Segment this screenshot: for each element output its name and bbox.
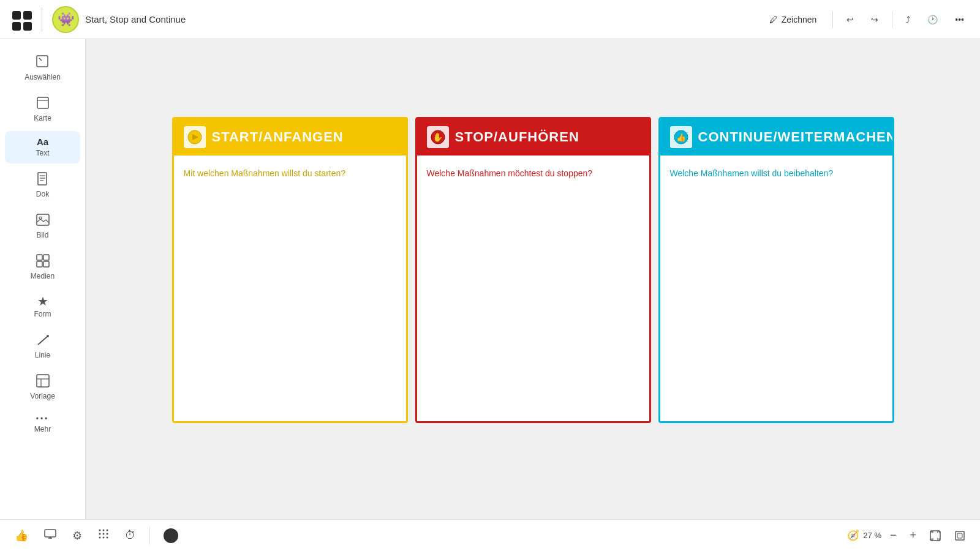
sidebar-item-auswahlen[interactable]: Auswählen: [5, 49, 80, 88]
bottombar: 👍 ⚙ ⏱ 🧭 27 % − +: [0, 519, 980, 551]
settings-button[interactable]: ⚙: [67, 525, 87, 546]
topbar-divider2: [892, 11, 892, 28]
card-continue-body: Welche Maßnhamen willst du beibehalten?: [660, 156, 892, 421]
start-icon: [184, 126, 206, 148]
sidebar-label-dok: Dok: [36, 190, 49, 198]
svg-rect-11: [37, 261, 42, 267]
like-button[interactable]: 👍: [10, 525, 33, 546]
sidebar-label-text: Text: [36, 149, 49, 157]
mehr-icon: •••: [36, 415, 50, 422]
timer-icon: ⏱: [125, 529, 136, 542]
sidebar-item-karte[interactable]: Karte: [5, 90, 80, 129]
main-layout: Auswählen Karte Aa Text Dok Bild: [0, 39, 980, 519]
zoom-controls: 🧭 27 % − +: [847, 527, 970, 545]
svg-rect-15: [37, 375, 49, 387]
bottombar-divider: [149, 527, 150, 544]
undo-button[interactable]: ↩: [840, 11, 860, 28]
sidebar-label-bild: Bild: [36, 231, 48, 239]
sidebar-item-vorlage[interactable]: Vorlage: [5, 368, 80, 407]
sidebar-label-vorlage: Vorlage: [30, 392, 55, 400]
svg-rect-9: [37, 255, 42, 260]
sidebar-item-linie[interactable]: Linie: [5, 327, 80, 365]
sidebar-label-linie: Linie: [35, 351, 50, 359]
sidebar-item-mehr[interactable]: ••• Mehr: [5, 409, 80, 440]
stop-icon: ✋: [427, 126, 449, 148]
auswahlen-icon: [36, 55, 50, 70]
karte-icon: [36, 96, 50, 111]
redo-button[interactable]: ↪: [865, 11, 884, 28]
cards-container: START/ANFANGEN Mit welchen Maßnahmen wil…: [172, 117, 894, 423]
page-title: Start, Stop and Continue: [85, 14, 186, 24]
timer-button[interactable]: ⏱: [120, 525, 141, 545]
svg-point-30: [103, 533, 105, 535]
sidebar-label-karte: Karte: [34, 114, 51, 122]
share-icon: ⤴: [906, 15, 910, 24]
zoom-in-button[interactable]: +: [905, 527, 921, 544]
svg-rect-37: [957, 533, 962, 538]
svg-text:✋: ✋: [432, 132, 443, 143]
svg-point-28: [107, 530, 108, 531]
sidebar-label-mehr: Mehr: [34, 425, 51, 433]
compass-icon: 🧭: [847, 530, 859, 541]
svg-rect-10: [43, 255, 49, 260]
screen-icon: [44, 529, 56, 542]
sidebar-item-form[interactable]: ★ Form: [5, 289, 80, 324]
card-stop-header: ✋ STOP/AUFHÖREN: [417, 119, 649, 156]
history-button[interactable]: 🕐: [921, 11, 944, 28]
screen-button[interactable]: [39, 525, 61, 545]
gear-icon: ⚙: [72, 529, 82, 542]
grid-icon: [98, 528, 109, 542]
canvas-area[interactable]: START/ANFANGEN Mit welchen Maßnahmen wil…: [86, 39, 980, 519]
card-stop-title: STOP/AUFHÖREN: [455, 129, 579, 145]
grid-button[interactable]: [93, 525, 114, 546]
sidebar-item-bild[interactable]: Bild: [5, 207, 80, 246]
svg-point-33: [103, 537, 105, 539]
card-continue[interactable]: 👍 CONTINUE/WEITERMACHEN Welche Maßnhamen…: [658, 117, 894, 423]
topbar: 👾 Start, Stop and Continue 🖊 Zeichnen ↩ …: [0, 0, 980, 39]
svg-rect-3: [38, 173, 47, 185]
card-start[interactable]: START/ANFANGEN Mit welchen Maßnahmen wil…: [172, 117, 408, 423]
svg-point-34: [107, 537, 108, 539]
sidebar-item-medien[interactable]: Medien: [5, 248, 80, 287]
fullscreen-button[interactable]: [949, 527, 970, 545]
sidebar-item-dok[interactable]: Dok: [5, 166, 80, 204]
sidebar: Auswählen Karte Aa Text Dok Bild: [0, 39, 86, 519]
svg-rect-23: [45, 530, 56, 537]
logo-group: 👾 Start, Stop and Continue: [10, 6, 186, 33]
sidebar-item-text[interactable]: Aa Text: [5, 131, 80, 163]
sidebar-label-form: Form: [34, 310, 51, 318]
redo-icon: ↪: [871, 15, 878, 24]
text-icon: Aa: [37, 137, 48, 146]
dark-mode-icon: [164, 528, 178, 543]
card-stop-body: Welche Maßnahmen möchtest du stoppen?: [417, 156, 649, 421]
bild-icon: [36, 213, 50, 228]
more-button[interactable]: •••: [949, 11, 970, 28]
svg-rect-0: [37, 56, 48, 67]
card-start-body: Mit welchen Maßnahmen willst du starten?: [174, 156, 406, 421]
svg-point-32: [99, 537, 101, 539]
card-stop[interactable]: ✋ STOP/AUFHÖREN Welche Maßnahmen möchtes…: [415, 117, 651, 423]
undo-icon: ↩: [846, 15, 854, 24]
zoom-out-button[interactable]: −: [885, 527, 902, 544]
history-icon: 🕐: [927, 15, 938, 24]
svg-point-27: [103, 530, 105, 531]
zeichnen-button[interactable]: 🖊 Zeichnen: [761, 11, 826, 28]
dok-icon: [37, 172, 49, 187]
svg-rect-7: [37, 214, 49, 225]
card-start-title: START/ANFANGEN: [212, 129, 344, 145]
app-logo[interactable]: [10, 9, 32, 31]
share-button[interactable]: ⤴: [900, 11, 916, 28]
card-continue-subtitle: Welche Maßnhamen willst du beibehalten?: [670, 168, 834, 178]
svg-text:👍: 👍: [676, 132, 686, 143]
topbar-actions: 🖊 Zeichnen ↩ ↪ ⤴ 🕐 •••: [761, 11, 970, 28]
fit-screen-button[interactable]: [925, 527, 946, 545]
dark-button[interactable]: [159, 525, 183, 547]
svg-point-26: [99, 530, 101, 531]
card-continue-header: 👍 CONTINUE/WEITERMACHEN: [660, 119, 892, 156]
more-icon: •••: [955, 15, 964, 24]
card-start-subtitle: Mit welchen Maßnahmen willst du starten?: [184, 168, 346, 178]
brand-logo: 👾: [52, 6, 79, 33]
svg-point-31: [107, 533, 108, 535]
sidebar-label-medien: Medien: [31, 272, 55, 280]
svg-rect-12: [43, 261, 49, 267]
